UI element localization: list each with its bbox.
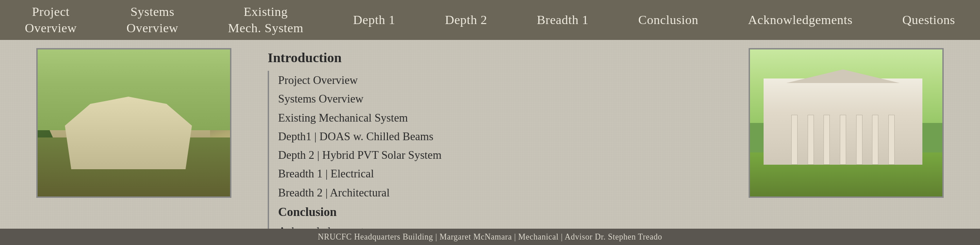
center-content: Introduction Project Overview Systems Ov… xyxy=(231,40,749,245)
nav-existing-mech[interactable]: Existing Mech. System xyxy=(219,0,313,41)
nav-depth1[interactable]: Depth 1 xyxy=(344,7,404,33)
nav-acknowledgements[interactable]: Acknowledgements xyxy=(739,7,862,33)
menu-list: Project Overview Systems Overview Existi… xyxy=(268,71,721,245)
footer-text: NRUCFC Headquarters Building | Margaret … xyxy=(318,232,662,242)
nav-depth2[interactable]: Depth 2 xyxy=(436,7,496,33)
menu-item-breadth2[interactable]: Breadth 2 | Architectural xyxy=(278,183,721,202)
nav-breadth1[interactable]: Breadth 1 xyxy=(528,7,598,33)
nav-questions[interactable]: Questions xyxy=(893,7,965,33)
nav-project-overview[interactable]: Project Overview xyxy=(16,0,86,41)
main-content: Introduction Project Overview Systems Ov… xyxy=(0,40,980,245)
menu-item-project-overview[interactable]: Project Overview xyxy=(278,71,721,89)
menu-item-existing-mech[interactable]: Existing Mechanical System xyxy=(278,108,721,127)
menu-item-depth2[interactable]: Depth 2 | Hybrid PVT Solar System xyxy=(278,146,721,164)
navigation-bar: Project Overview Systems Overview Existi… xyxy=(0,0,980,40)
footer: NRUCFC Headquarters Building | Margaret … xyxy=(0,229,980,245)
menu-item-conclusion[interactable]: Conclusion xyxy=(278,202,721,222)
right-building-image xyxy=(749,48,944,198)
menu-item-breadth1[interactable]: Breadth 1 | Electrical xyxy=(278,164,721,183)
intro-title: Introduction xyxy=(268,50,721,65)
left-building-image xyxy=(36,48,231,198)
nav-systems-overview[interactable]: Systems Overview xyxy=(118,0,187,41)
menu-item-systems-overview[interactable]: Systems Overview xyxy=(278,89,721,108)
menu-item-depth1[interactable]: Depth1 | DOAS w. Chilled Beams xyxy=(278,127,721,146)
nav-conclusion[interactable]: Conclusion xyxy=(629,7,708,33)
